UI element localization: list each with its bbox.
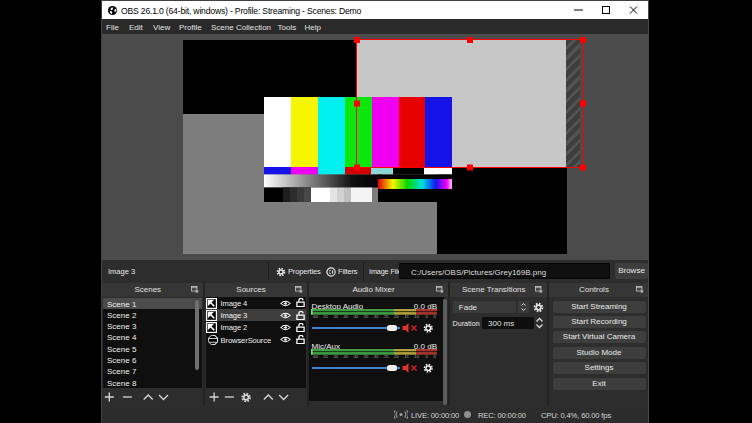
svg-text:-15: -15	[403, 355, 409, 359]
svg-text:-35: -35	[363, 355, 369, 359]
svg-text:-25: -25	[383, 315, 389, 319]
svg-text:-5: -5	[424, 315, 427, 319]
svg-text:-45: -45	[343, 315, 349, 319]
svg-text:-50: -50	[332, 315, 338, 319]
svg-text:-25: -25	[383, 355, 389, 359]
svg-text:-50: -50	[332, 355, 338, 359]
svg-text:-55: -55	[322, 355, 328, 359]
svg-text:-40: -40	[353, 315, 359, 319]
svg-text:-20: -20	[393, 315, 399, 319]
svg-text:-35: -35	[363, 315, 369, 319]
svg-text:-10: -10	[413, 355, 419, 359]
svg-text:-5: -5	[424, 355, 427, 359]
svg-text:-15: -15	[403, 315, 409, 319]
svg-text:-30: -30	[373, 355, 379, 359]
svg-text:-40: -40	[353, 355, 359, 359]
svg-text:-20: -20	[393, 355, 399, 359]
svg-text:0: 0	[433, 355, 435, 359]
svg-text:0: 0	[433, 315, 435, 319]
svg-text:-60: -60	[312, 355, 318, 359]
svg-text:-30: -30	[373, 315, 379, 319]
svg-text:-10: -10	[413, 315, 419, 319]
svg-text:-55: -55	[322, 315, 328, 319]
svg-text:-60: -60	[312, 315, 318, 319]
svg-text:-45: -45	[343, 355, 349, 359]
